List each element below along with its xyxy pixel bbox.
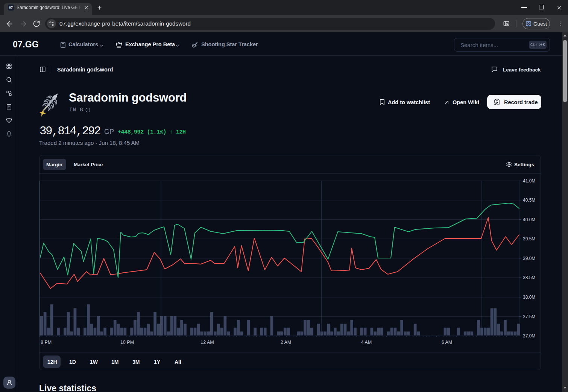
svg-text:37.5M: 37.5M	[523, 314, 535, 319]
svg-text:40.5M: 40.5M	[523, 198, 535, 203]
svg-text:40.0M: 40.0M	[523, 217, 535, 222]
svg-text:38.5M: 38.5M	[523, 275, 535, 280]
svg-text:38.0M: 38.0M	[523, 295, 535, 300]
svg-text:37.0M: 37.0M	[523, 333, 535, 339]
svg-text:2 AM: 2 AM	[281, 340, 292, 345]
svg-text:8 PM: 8 PM	[41, 340, 52, 345]
svg-text:4 AM: 4 AM	[361, 340, 372, 345]
svg-text:10 PM: 10 PM	[120, 340, 134, 345]
svg-text:39.5M: 39.5M	[523, 236, 535, 242]
svg-text:41.0M: 41.0M	[523, 178, 535, 184]
svg-text:12 AM: 12 AM	[200, 340, 214, 345]
svg-text:39.0M: 39.0M	[523, 256, 535, 261]
svg-text:6 AM: 6 AM	[442, 340, 453, 345]
